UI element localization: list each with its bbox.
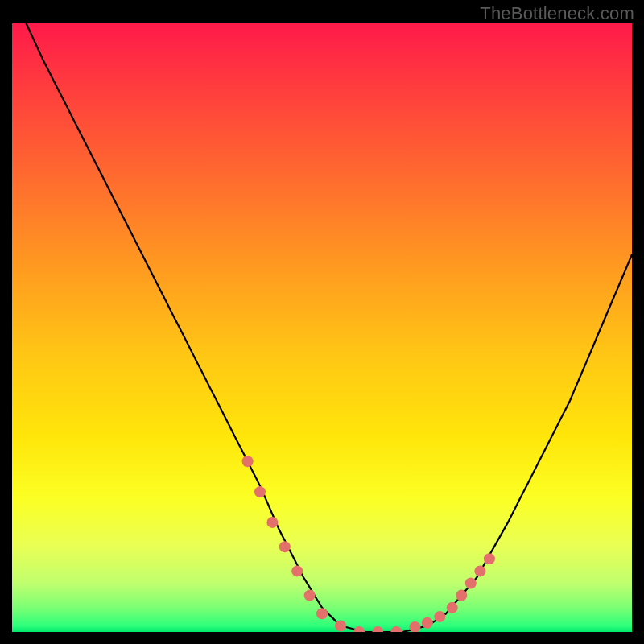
marker-dot [242,456,254,467]
marker-dot [291,565,303,576]
marker-dot [316,608,328,619]
marker-dot [484,553,495,564]
bottleneck-curve-path [12,23,632,632]
marker-dot [266,517,278,528]
marker-dot [304,590,316,601]
marker-dot [447,602,458,613]
bottleneck-curve-svg [12,23,632,632]
watermark-label: TheBottleneck.com [480,3,634,24]
marker-dot [372,626,383,632]
marker-dot [465,578,477,589]
marker-dot [254,486,266,497]
marker-dots [242,456,495,632]
marker-dot [434,611,445,622]
chart-area [12,23,632,632]
marker-dot [353,626,365,632]
marker-dot [422,617,433,629]
marker-dot [279,541,291,552]
marker-dot [390,626,402,632]
marker-dot [335,620,346,631]
marker-dot [410,621,421,632]
marker-dot [456,590,467,601]
marker-dot [474,565,485,576]
